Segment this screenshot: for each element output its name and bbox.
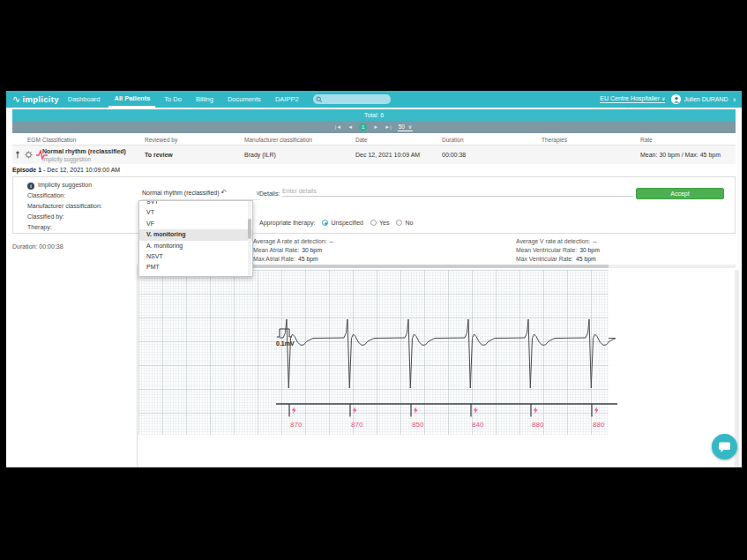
beat-interval-label: 840: [472, 421, 484, 429]
dropdown-option-v-monitoring[interactable]: V. monitoring: [139, 229, 252, 240]
row-classification: Normal rhythm (reclassified): [42, 148, 126, 154]
col-duration: Duration: [442, 137, 464, 143]
avatar: [671, 94, 681, 104]
stat-line: Average A rate at detection:--: [253, 237, 333, 246]
dropdown-option-svt[interactable]: SVT: [139, 200, 252, 207]
app-window: ∿ implicity Dashboard All Patients To Do…: [6, 91, 742, 467]
dropdown-scrollbar-thumb[interactable]: [248, 219, 251, 239]
dropdown-option-vf[interactable]: VF: [139, 219, 252, 229]
radio-no[interactable]: No: [396, 220, 413, 226]
ventricular-stats: Average V rate at detection:-- Mean Vent…: [516, 237, 600, 264]
beat-interval-label: 850: [412, 421, 424, 429]
nav-item-all-patients[interactable]: All Patients: [108, 91, 155, 108]
row-reviewed-by: To review: [145, 152, 173, 158]
current-page-badge[interactable]: 1: [359, 123, 367, 131]
nav-item-billing[interactable]: Billing: [190, 91, 219, 108]
appropriate-therapy-label: Appropriate therapy:: [259, 220, 315, 226]
radio-yes[interactable]: Yes: [370, 220, 389, 226]
col-reviewed-by: Reviewed by: [145, 137, 177, 143]
beat-interval-label: 880: [593, 421, 605, 429]
classification-select[interactable]: Normal rhythm (reclassified) ↶ ∨: [142, 189, 260, 200]
radio-label: No: [405, 220, 413, 226]
radio-label: Yes: [379, 220, 389, 226]
calibration-label: 0.1mV: [276, 340, 295, 347]
gear-icon[interactable]: [25, 151, 33, 160]
chart-left-divider: [137, 265, 138, 467]
ecg-trace: [280, 319, 616, 388]
row-rate: Mean: 30 bpm / Max: 45 bpm: [640, 152, 721, 158]
chat-button[interactable]: [712, 434, 737, 459]
col-rate: Rate: [640, 137, 653, 143]
stat-line: Average V rate at detection:--: [516, 237, 600, 246]
beat-interval-label: 880: [532, 421, 544, 429]
nav-item-daipp2[interactable]: DAIPP2: [270, 91, 304, 108]
radio-button[interactable]: [322, 220, 328, 226]
search-input[interactable]: [313, 94, 391, 104]
user-menu[interactable]: Julien DURAND ∨: [671, 94, 736, 104]
therapy-label: Therapy:: [27, 224, 52, 230]
stat-line: Mean Atrial Rate:30 bpm: [253, 246, 333, 255]
top-navbar: ∿ implicity Dashboard All Patients To Do…: [6, 91, 742, 108]
stat-line: Mean Ventricular Rate:30 bpm: [516, 246, 600, 255]
row-duration: 00:00:38: [442, 152, 466, 158]
classification-dropdown: SVT VT VF V. monitoring A. monitoring NS…: [138, 200, 253, 277]
info-icon: i: [27, 183, 34, 190]
undo-icon[interactable]: ↶: [220, 189, 227, 197]
pagination-bar: |◄ ◄ 1 ► ►| 50 ∨: [12, 121, 736, 133]
row-manufacturer-classification: Brady (ILR): [244, 152, 276, 158]
col-egm: EGM: [27, 137, 41, 143]
radio-label: Unspecified: [331, 220, 363, 226]
episode-title: Episode 1 - Dec 12, 2021 10:09:00 AM: [12, 167, 120, 173]
pin-icon: [15, 151, 20, 160]
radio-button[interactable]: [396, 220, 402, 226]
details-input[interactable]: [282, 185, 633, 197]
logo-text: implicity: [23, 94, 59, 104]
episode-table-row[interactable]: Normal rhythm (reclassified) Implicity s…: [12, 146, 736, 164]
beat-interval-label: 870: [290, 421, 303, 429]
person-icon: [673, 96, 680, 103]
prev-page-button[interactable]: ◄: [347, 124, 353, 130]
manufacturer-classification-label: Manufacturer classification:: [27, 203, 102, 209]
total-bar: Total: 6: [12, 109, 736, 121]
col-therapies: Therapies: [542, 137, 567, 143]
stat-line: Max Ventricular Rate:45 bpm: [516, 255, 600, 264]
dropdown-option-vt[interactable]: VT: [139, 207, 252, 218]
search-icon: [316, 96, 323, 103]
col-classification: Classification: [42, 137, 76, 143]
nav-item-to-do[interactable]: To Do: [159, 91, 187, 108]
nav-item-documents[interactable]: Documents: [222, 91, 266, 108]
chat-bubble-icon: [718, 441, 731, 453]
col-date: Date: [355, 137, 368, 143]
last-page-button[interactable]: ►|: [385, 124, 392, 130]
beat-marker-icon: [594, 407, 599, 414]
chevron-down-icon: ∨: [408, 124, 412, 130]
stat-line: Max Atrial Rate:45 bpm: [253, 255, 333, 264]
implicity-logo[interactable]: ∿ implicity: [12, 93, 59, 105]
atrial-stats: Average A rate at detection:-- Mean Atri…: [253, 237, 333, 264]
nav-item-dashboard[interactable]: Dashboard: [63, 91, 106, 108]
hospital-selector[interactable]: EU Centre Hospitalier∨: [600, 95, 665, 103]
first-page-button[interactable]: |◄: [335, 124, 342, 130]
implicity-suggestion-panel: iImplicity suggestion Classification: Ma…: [12, 176, 736, 234]
dropdown-option-pmt[interactable]: PMT: [139, 262, 252, 273]
page-size-select[interactable]: 50 ∨: [398, 123, 413, 131]
beat-marker-icon: [414, 407, 418, 414]
beat-marker-icon: [292, 407, 296, 414]
dropdown-option-a-monitoring[interactable]: A. monitoring: [139, 241, 252, 251]
next-page-button[interactable]: ►: [373, 124, 378, 130]
chart-vscrollbar[interactable]: [735, 270, 739, 467]
beat-marker-icon: [353, 407, 357, 414]
radio-button[interactable]: [370, 220, 377, 226]
table-header: EGM Classification Reviewed by Manufactu…: [12, 133, 736, 146]
accept-button[interactable]: Accept: [636, 188, 724, 199]
episode-title-bold: Episode 1: [12, 167, 41, 173]
dropdown-option-nsvt[interactable]: NSVT: [139, 251, 252, 262]
beat-interval-label: 870: [351, 421, 363, 429]
chevron-down-icon: ∨: [661, 96, 665, 101]
suggestion-title: iImplicity suggestion: [27, 182, 92, 190]
row-classification-sub: Implicity suggestion: [42, 156, 91, 162]
radio-unspecified[interactable]: Unspecified: [322, 220, 363, 226]
beat-marker-icon: [474, 407, 478, 414]
beat-marker-icon: [534, 407, 538, 414]
ecg-waveform: 0.1mV870870850840880880: [138, 270, 619, 451]
